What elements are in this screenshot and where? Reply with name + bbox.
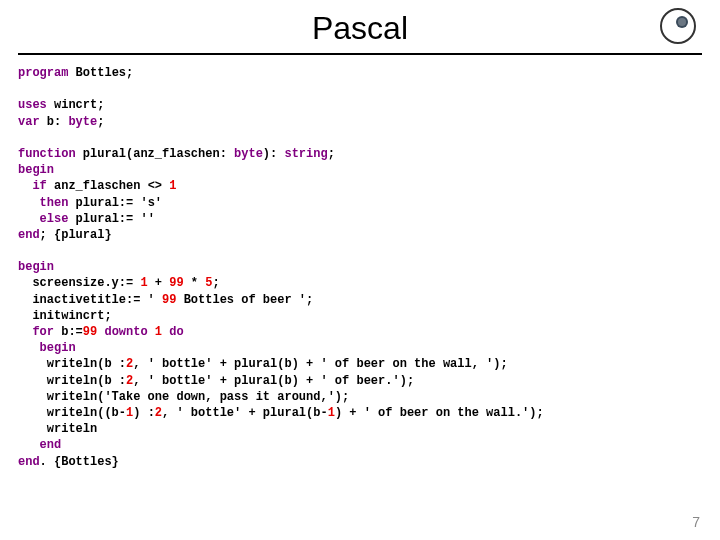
code-text: b:= bbox=[54, 325, 83, 339]
kw-do: do bbox=[169, 325, 183, 339]
code-text: ) : bbox=[133, 406, 155, 420]
code-text: screensize.y:= bbox=[18, 276, 140, 290]
num: 99 bbox=[83, 325, 97, 339]
code-text: plural:= '' bbox=[68, 212, 154, 226]
page-title: Pascal bbox=[0, 0, 720, 53]
kw-function: function bbox=[18, 147, 76, 161]
kw-if: if bbox=[32, 179, 46, 193]
code-block: program Bottles; uses wincrt; var b: byt… bbox=[0, 55, 720, 470]
num: 1 bbox=[169, 179, 176, 193]
kw-downto: downto bbox=[104, 325, 147, 339]
code-text: * bbox=[184, 276, 206, 290]
code-text: writeln bbox=[18, 422, 97, 436]
svg-point-2 bbox=[678, 18, 686, 26]
code-text: ; {plural} bbox=[40, 228, 112, 242]
code-text: + bbox=[148, 276, 170, 290]
kw-end: end bbox=[18, 228, 40, 242]
kw-var: var bbox=[18, 115, 40, 129]
kw-end: end bbox=[18, 455, 40, 469]
code-text: ; bbox=[97, 115, 104, 129]
code-text: ; bbox=[328, 147, 335, 161]
kw-begin: begin bbox=[40, 341, 76, 355]
code-text: plural(anz_flaschen: bbox=[76, 147, 234, 161]
code-text: writeln('Take one down, pass it around,'… bbox=[18, 390, 349, 404]
code-text: anz_flaschen <> bbox=[47, 179, 169, 193]
kw-byte: byte bbox=[234, 147, 263, 161]
kw-byte: byte bbox=[68, 115, 97, 129]
num: 99 bbox=[162, 293, 176, 307]
code-text: plural:= 's' bbox=[68, 196, 162, 210]
code-text: b: bbox=[40, 115, 69, 129]
num: 1 bbox=[155, 325, 162, 339]
kw-program: program bbox=[18, 66, 68, 80]
kw-begin: begin bbox=[18, 260, 54, 274]
code-text: writeln((b- bbox=[18, 406, 126, 420]
code-text: . {Bottles} bbox=[40, 455, 119, 469]
code-text: inactivetitle:= ' bbox=[18, 293, 162, 307]
code-text: writeln(b : bbox=[18, 374, 126, 388]
kw-uses: uses bbox=[18, 98, 47, 112]
num: 99 bbox=[169, 276, 183, 290]
kw-then: then bbox=[40, 196, 69, 210]
kw-begin: begin bbox=[18, 163, 54, 177]
code-text: Bottles of beer '; bbox=[176, 293, 313, 307]
code-text: wincrt; bbox=[47, 98, 105, 112]
kw-for: for bbox=[32, 325, 54, 339]
code-text bbox=[148, 325, 155, 339]
code-text: , ' bottle' + plural(b- bbox=[162, 406, 328, 420]
kw-else: else bbox=[40, 212, 69, 226]
code-text: ): bbox=[263, 147, 285, 161]
logo bbox=[658, 6, 698, 46]
kw-string: string bbox=[284, 147, 327, 161]
page-number: 7 bbox=[692, 514, 700, 530]
num: 1 bbox=[328, 406, 335, 420]
code-text: Bottles; bbox=[68, 66, 133, 80]
code-text: ) + ' of beer on the wall.'); bbox=[335, 406, 544, 420]
code-text: , ' bottle' + plural(b) + ' of beer on t… bbox=[133, 357, 507, 371]
code-text: initwincrt; bbox=[18, 309, 112, 323]
code-text: ; bbox=[212, 276, 219, 290]
kw-end: end bbox=[40, 438, 62, 452]
code-text: writeln(b : bbox=[18, 357, 126, 371]
code-text: , ' bottle' + plural(b) + ' of beer.'); bbox=[133, 374, 414, 388]
num: 1 bbox=[140, 276, 147, 290]
num: 2 bbox=[155, 406, 162, 420]
